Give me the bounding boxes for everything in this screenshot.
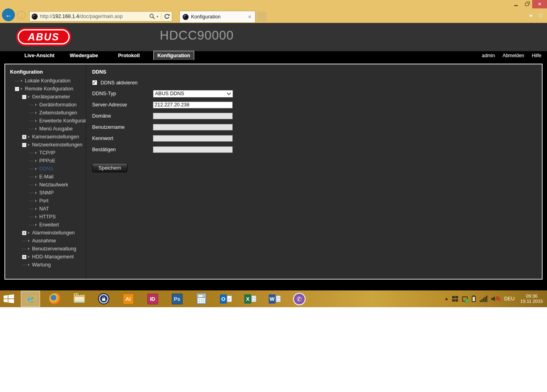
tray-green-check-icon[interactable] (462, 296, 468, 302)
tree-item-ddns[interactable]: DDNS (5, 165, 86, 173)
tree-item-erweitert[interactable]: Erweitert (5, 221, 86, 229)
back-button[interactable]: ← (2, 8, 15, 21)
url-host: 192.168.1.4 (52, 14, 79, 19)
taskbar-word[interactable]: W (265, 291, 284, 307)
tree-item-https[interactable]: HTTPS (5, 213, 86, 221)
url-text: http://192.168.1.4/doc/page/main.asp (40, 14, 149, 19)
tree-item-pppoe[interactable]: PPPoE (5, 157, 86, 165)
taskbar-indesign[interactable]: ID (143, 291, 162, 307)
browser-chrome: ✕ ← → http://192.168.1.4/doc/page/main.a… (0, 0, 547, 23)
tree-item-nat[interactable]: NAT (5, 205, 86, 213)
minimize-button[interactable] (511, 0, 521, 8)
tree-item-label: Lokale Konfiguration (25, 78, 70, 84)
tree-arrow-icon (28, 256, 30, 258)
refresh-icon[interactable] (164, 14, 170, 19)
taskbar-outlook[interactable]: O ✓ (216, 291, 235, 307)
tree-connector (22, 265, 26, 265)
nav-tab-wiedergabe[interactable]: Wiedergabe (66, 51, 102, 60)
favorites-star-icon[interactable]: ★ (528, 12, 533, 18)
tab-close-icon[interactable]: ✕ (247, 14, 252, 20)
keyboard-language[interactable]: DEU (504, 296, 515, 302)
restore-icon (525, 3, 529, 6)
tree-arrow-icon (35, 160, 37, 162)
ddns-typ-select[interactable]: ABUS DDNS (153, 90, 233, 98)
tree-item-remote-konfiguration[interactable]: −Remote Konfiguration (5, 85, 86, 93)
tree-item-lokale-konfiguration[interactable]: Lokale Konfiguration (5, 77, 86, 85)
nav-tab-protokoll[interactable]: Protokoll (115, 51, 143, 60)
logout-link[interactable]: Abmelden (503, 53, 524, 58)
tree-arrow-icon (35, 224, 37, 226)
keepass-lock-icon (98, 293, 109, 304)
ddns-enable-checkbox[interactable]: ✓ (92, 80, 97, 85)
form-row-server-adresse: Server-Adresse (92, 99, 542, 110)
tree-item-benutzerverwaltung[interactable]: Benutzerverwaltung (5, 245, 86, 253)
clock[interactable]: 09:36 19.11.2015 (519, 294, 543, 304)
search-icon[interactable] (149, 14, 155, 19)
taskbar-start-button[interactable] (0, 291, 18, 307)
taskbar-photoshop[interactable]: Ps (167, 291, 187, 307)
battery-icon[interactable] (472, 296, 476, 302)
tree-item-wartung[interactable]: Wartung (5, 261, 86, 269)
section-title: DDNS (92, 69, 542, 76)
expand-icon[interactable]: + (22, 135, 26, 139)
tree-item-netzlaufwerk[interactable]: Netzlaufwerk (5, 181, 86, 189)
tree-connector (29, 129, 34, 129)
home-icon[interactable]: ⌂ (520, 12, 524, 18)
volume-muted-icon[interactable] (491, 296, 500, 302)
tree-item-erweiterte-konfiguratio[interactable]: Erweiterte Konfiguratio (5, 117, 86, 125)
taskbar-file-explorer[interactable] (70, 291, 89, 307)
server-adresse-input[interactable] (153, 102, 233, 108)
kennwort-input (153, 135, 233, 142)
tree-arrow-icon (28, 96, 30, 98)
taskbar-keepass[interactable] (94, 291, 113, 307)
expand-icon[interactable]: + (22, 255, 26, 259)
calculator-icon: 0 (197, 293, 206, 304)
taskbar-firefox[interactable] (45, 291, 64, 307)
window-controls: ✕ (511, 0, 547, 8)
new-tab-button[interactable] (257, 12, 267, 22)
help-link[interactable]: Hilfe (532, 53, 541, 58)
browser-tab-konfiguration[interactable]: Konfiguration ✕ (179, 11, 255, 22)
tree-item-alarmeinstellungen[interactable]: +Alarmeinstellungen (5, 229, 86, 237)
tree-item-e-mail[interactable]: E-Mail (5, 173, 86, 181)
search-dropdown-icon[interactable]: ▾ (157, 15, 158, 18)
tree-item-hdd-management[interactable]: +HDD-Management (5, 253, 86, 261)
tree-item-netzwerkeinstellungen[interactable]: −Netzwerkeinstellungen (5, 141, 86, 149)
tree-item-zeiteinstellungen[interactable]: Zeiteinstellungen (5, 109, 86, 117)
nav-tab-live-ansicht[interactable]: Live-Ansicht (21, 51, 58, 60)
collapse-icon[interactable]: − (22, 95, 26, 99)
collapse-icon[interactable]: − (22, 143, 26, 147)
settings-gear-icon[interactable]: ⚙ (538, 12, 543, 18)
tray-expand-icon[interactable] (445, 298, 448, 300)
expand-icon[interactable]: + (22, 231, 26, 235)
form-row-bestatigen: Bestätigen (92, 144, 542, 155)
save-button[interactable]: Speichern (92, 163, 127, 172)
field-label-kennwort: Kennwort (92, 136, 153, 141)
tree-item-snmp[interactable]: SNMP (5, 189, 86, 197)
taskbar-internet-explorer[interactable]: e (21, 291, 40, 307)
taskbar-viber[interactable]: ✆ (290, 291, 309, 307)
tree-item-tcp-ip[interactable]: TCP/IP (5, 149, 86, 157)
network-signal-icon[interactable] (480, 296, 487, 302)
nav-right: admin Abmelden Hilfe (482, 51, 541, 60)
close-button[interactable]: ✕ (532, 0, 547, 8)
forward-button[interactable]: → (17, 11, 26, 19)
taskbar-excel[interactable]: X (241, 291, 260, 307)
restore-button[interactable] (521, 0, 532, 8)
collapse-icon[interactable]: − (15, 87, 19, 91)
tree-item-gerateparameter[interactable]: −Geräteparameter (5, 93, 86, 101)
tree-item-geratinformation[interactable]: Gerätinformation (5, 101, 86, 109)
taskbar-illustrator[interactable]: Ai (119, 291, 138, 307)
nav-tab-konfiguration[interactable]: Konfiguration (154, 51, 194, 60)
tray-windows-icon[interactable] (452, 296, 459, 302)
tree-item-ausnahme[interactable]: Ausnahme (5, 237, 86, 245)
abus-logo: ABUS (16, 28, 71, 46)
address-bar[interactable]: http://192.168.1.4/doc/page/main.asp ▾ (29, 11, 172, 22)
tree-item-kameraeinstellungen[interactable]: +Kameraeinstellungen (5, 133, 86, 141)
tree-item-label: Erweitert (39, 222, 59, 228)
chrome-toolbar-icons: ⌂ ★ ⚙ (520, 12, 543, 18)
tree-item-menu-ausgabe[interactable]: Menü Ausgabe (5, 125, 86, 133)
taskbar-calculator[interactable]: 0 (192, 291, 211, 307)
tree-item-port[interactable]: Port (5, 197, 86, 205)
checkmark-icon: ✓ (93, 80, 97, 85)
